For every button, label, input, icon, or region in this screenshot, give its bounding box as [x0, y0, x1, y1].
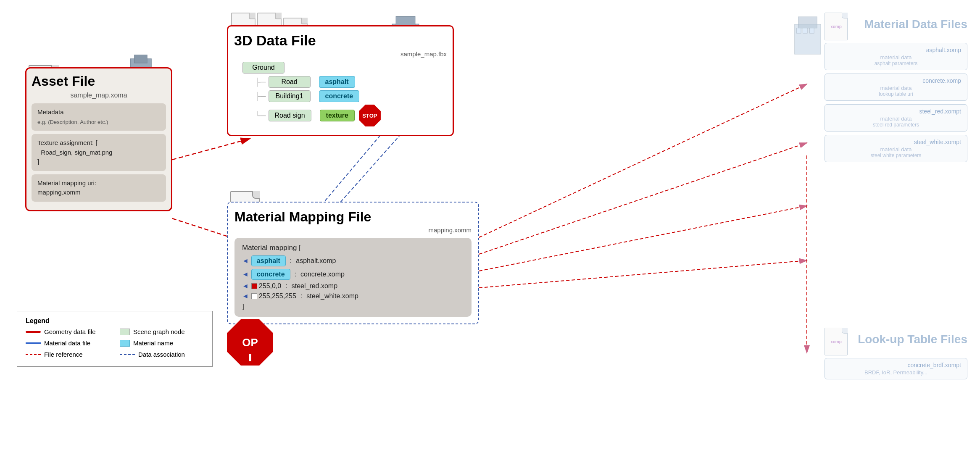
- asset-file-title: Asset File: [32, 74, 95, 89]
- legend-file-ref-label: File reference: [44, 351, 83, 358]
- scene-tree: Ground ├─ Road asphalt ├─ Building1 conc…: [234, 62, 447, 126]
- svg-rect-32: [803, 28, 807, 33]
- legend-data-assoc: Data association: [120, 351, 204, 358]
- svg-rect-33: [809, 28, 814, 33]
- stop-sign-icon: STOP: [359, 105, 381, 126]
- legend-geometry: Geometry data file: [26, 328, 110, 335]
- svg-line-2: [479, 84, 807, 237]
- asset-file-subtitle: sample_map.xoma: [32, 92, 166, 99]
- concrete-file-name: concrete.xomp: [831, 77, 961, 84]
- arrow-asphalt: ◄: [242, 257, 249, 265]
- asset-texture-box: Texture assignment: [ Road_sign, sign_ma…: [32, 134, 166, 171]
- svg-rect-15: [134, 55, 147, 63]
- lookup-concrete-name: concrete_brdf.xompt: [831, 362, 961, 368]
- mapping-val-concrete: concrete.xomp: [300, 271, 345, 278]
- asphalt-file-sublabel: asphalt parameters: [831, 60, 961, 66]
- road-sign-label: Road sign: [269, 110, 311, 121]
- lookup-concrete-label: BRDF, IoR, Permeability...: [831, 369, 961, 376]
- data3d-title: 3D Data File: [234, 32, 316, 49]
- legend-geometry-label: Geometry data file: [44, 328, 96, 335]
- swatch-white: [251, 293, 257, 299]
- road-sign-material-label: texture: [320, 110, 355, 121]
- asset-metadata-box: Metadatae.g. (Description, Author etc.): [32, 103, 166, 131]
- mapping-row-red: ◄ 255,0,0 : steel_red.xomp: [242, 282, 464, 290]
- mapping-text: Material mapping uri:mapping.xomm: [37, 179, 96, 196]
- material-file-card-steel-red: steel_red.xompt material data steel red …: [825, 104, 967, 132]
- legend-material-label: Material data file: [44, 339, 90, 347]
- lookup-file-card-concrete: concrete_brdf.xompt BRDF, IoR, Permeabil…: [825, 358, 967, 379]
- scene-node-building1: ├─ Building1 concrete: [242, 90, 447, 102]
- mapping-val-red: steel_red.xomp: [292, 282, 337, 290]
- building1-material-label: concrete: [319, 90, 360, 102]
- scene-node-road-sign: └─ Road sign texture STOP: [242, 105, 447, 126]
- metadata-text: Metadatae.g. (Description, Author etc.): [37, 108, 108, 125]
- mapping-intro: Material mapping [: [242, 244, 464, 252]
- material-file-card-concrete: concrete.xomp material data lookup table…: [825, 74, 967, 101]
- steel-red-file-label: material data: [831, 116, 961, 122]
- material-file-card-steel-white: steel_white.xompt material data steel wh…: [825, 135, 967, 162]
- concrete-file-sublabel: lookup table uri: [831, 91, 961, 97]
- data3d-box: 3D Data File sample_map.fbx Ground ├─ Ro…: [227, 25, 454, 136]
- legend-data-assoc-label: Data association: [138, 351, 185, 358]
- mapping-key-white: 255,255,255: [259, 292, 296, 300]
- mapping-row-asphalt: ◄ asphalt : asphalt.xomp: [242, 255, 464, 266]
- stop-sign-text: OP: [242, 336, 258, 349]
- svg-line-3: [479, 143, 807, 254]
- svg-line-4: [479, 206, 807, 271]
- svg-rect-30: [798, 17, 817, 28]
- legend-material: Material data file: [26, 339, 110, 347]
- asset-file-box: Asset File sample_map.xoma Metadatae.g. …: [25, 67, 172, 211]
- swatch-red: [251, 283, 257, 289]
- texture-text: Texture assignment: [ Road_sign, sign_ma…: [37, 139, 112, 165]
- legend-box: Legend Geometry data file Scene graph no…: [17, 311, 213, 367]
- arrow-concrete: ◄: [242, 271, 249, 278]
- legend-scene-node: Scene graph node: [120, 328, 204, 335]
- scene-node-road: ├─ Road asphalt: [242, 76, 447, 88]
- material-files-section: xomp Material Data Files asphalt.xomp ma…: [825, 13, 967, 166]
- material-file-card-asphalt: asphalt.xomp material data asphalt param…: [825, 43, 967, 70]
- building1-label: Building1: [269, 90, 311, 102]
- lookup-files-title: Look-up Table Files: [852, 333, 967, 346]
- mapping-key-asphalt: asphalt: [251, 255, 286, 266]
- arrow-white: ◄: [242, 292, 249, 300]
- legend-title: Legend: [26, 317, 204, 325]
- steel-white-file-name: steel_white.xompt: [831, 139, 961, 145]
- mapping-key-concrete: concrete: [251, 269, 290, 280]
- legend-file-ref: File reference: [26, 351, 110, 358]
- steel-white-file-sublabel: steel white parameters: [831, 153, 961, 158]
- mapping-box: Material Mapping File mapping.xomm Mater…: [227, 202, 479, 324]
- asphalt-file-label: material data: [831, 54, 961, 60]
- svg-rect-31: [796, 28, 801, 33]
- steel-red-file-name: steel_red.xompt: [831, 108, 961, 115]
- data3d-subtitle: sample_map.fbx: [234, 50, 447, 58]
- arrow-red: ◄: [242, 282, 249, 290]
- svg-line-5: [479, 260, 807, 288]
- steel-red-file-sublabel: steel red parameters: [831, 122, 961, 128]
- mapping-inner: Material mapping [ ◄ asphalt : asphalt.x…: [234, 238, 472, 317]
- road-label: Road: [269, 76, 311, 88]
- legend-scene-node-label: Scene graph node: [133, 328, 185, 335]
- svg-line-0: [172, 139, 250, 160]
- asset-mapping-box: Material mapping uri:mapping.xomm: [32, 174, 166, 202]
- legend-material-name: Material name: [120, 339, 204, 347]
- legend-material-name-label: Material name: [133, 339, 173, 347]
- ground-label: Ground: [242, 62, 285, 74]
- lookup-files-section: xomp Look-up Table Files concrete_brdf.x…: [825, 328, 967, 383]
- mapping-val-white: steel_white.xomp: [306, 292, 358, 300]
- mapping-row-concrete: ◄ concrete : concrete.xomp: [242, 269, 464, 280]
- material-files-title: Material Data Files: [852, 18, 967, 31]
- mapping-key-red: 255,0,0: [259, 282, 281, 290]
- mapping-val-asphalt: asphalt.xomp: [296, 257, 336, 265]
- building-icon-right: [791, 13, 825, 56]
- mapping-subtitle: mapping.xomm: [234, 226, 472, 234]
- asphalt-file-name: asphalt.xomp: [831, 47, 961, 53]
- concrete-file-label: material data: [831, 85, 961, 91]
- mapping-outro: ]: [242, 302, 464, 311]
- stop-sign-large-area: OP: [227, 319, 273, 366]
- diagram-container: xoma Asset File sample_map.xoma Metadata…: [0, 0, 980, 455]
- mapping-title: Material Mapping File: [234, 209, 472, 225]
- mapping-row-white: ◄ 255,255,255 : steel_white.xomp: [242, 292, 464, 300]
- steel-white-file-label: material data: [831, 146, 961, 153]
- scene-node-ground: Ground: [242, 62, 447, 74]
- road-material-label: asphalt: [319, 76, 355, 88]
